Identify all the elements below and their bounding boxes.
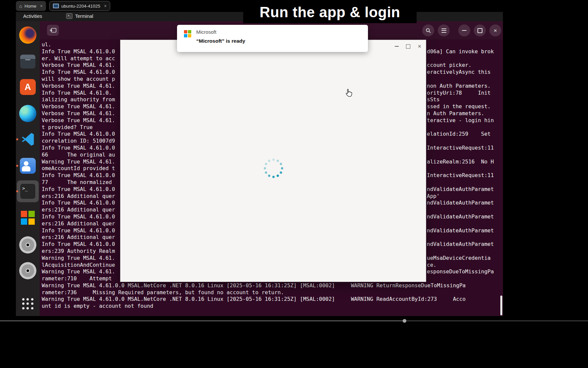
notification-app-name: Microsoft [196,29,216,35]
vscode-icon [19,132,36,149]
terminal-line: Warning True MSAL 4.61.0.0 MSAL.NetCore … [42,296,502,303]
microsoft-logo-icon [184,30,191,37]
disc-icon [19,262,36,279]
console-icon [53,4,59,8]
dock-item-microsoft[interactable] [19,209,36,226]
search-button[interactable] [422,24,434,36]
dock-item-vscode[interactable] [19,131,36,148]
hamburger-icon [441,28,446,33]
terminal-line: rameter:736 Missing Required parameters,… [42,289,502,296]
home-icon: ⌂ [19,4,22,9]
dock-item-firefox[interactable] [19,26,36,44]
video-progress-bar[interactable] [0,320,588,321]
terminal-icon: >_ [20,183,36,199]
video-caption: Run the app & login [243,1,417,23]
toast-notification[interactable]: Microsoft “Microsoft” is ready [177,25,368,52]
dock-item-ubuntu-software[interactable]: A [19,78,36,96]
edge-icon [19,105,36,122]
menu-button[interactable] [438,24,450,36]
dock-item-files[interactable] [19,53,36,70]
dock-item-show-apps[interactable] [19,295,36,312]
microsoft-logo-icon [21,211,35,225]
terminal-cursor-line [42,310,502,316]
activities-button[interactable]: Activities [21,13,44,19]
running-indicator [16,190,18,192]
maximize-icon [477,28,482,33]
minimize-icon [462,30,467,31]
ubuntu-software-icon: A [20,79,36,95]
tab-vm-console[interactable]: ubuntu-2204-41025 × [49,1,110,11]
terminal-scrollbar[interactable] [500,296,502,315]
tab-home[interactable]: ⌂ Home × [16,1,46,11]
dock: A >_ [16,21,40,316]
dialog-close-icon[interactable]: × [418,43,421,49]
browser-tab-bar: ⌂ Home × ubuntu-2204-41025 × [16,1,110,11]
login-dialog: × [120,40,426,282]
dock-item-contacts[interactable] [19,157,36,174]
firefox-icon [19,26,36,44]
new-tab-button[interactable] [47,25,59,36]
files-icon [20,55,35,69]
close-icon: × [494,28,497,33]
disc-icon [19,236,36,253]
running-indicator [16,138,18,140]
close-button[interactable]: × [489,24,501,36]
dock-item-terminal[interactable]: >_ [19,183,36,200]
dialog-minimize-icon[interactable] [395,46,399,47]
focused-app-menu[interactable]: >_ Terminal [66,13,93,19]
maximize-button[interactable] [474,24,486,36]
focused-app-name: Terminal [75,14,93,19]
tab-home-label: Home [24,4,36,9]
tab-close-icon[interactable]: × [104,4,107,8]
tab-close-icon[interactable]: × [40,4,43,8]
contacts-icon [20,158,36,174]
video-progress-fill [0,320,404,321]
dialog-maximize-icon[interactable] [406,44,410,49]
caption-text: Run the app & login [259,4,400,21]
search-icon [426,28,431,33]
mouse-cursor [343,88,353,99]
tab-vm-label: ubuntu-2204-41025 [61,4,100,9]
dock-item-edge[interactable] [19,105,36,122]
screen: ⌂ Home × ubuntu-2204-41025 × Run the app… [0,0,588,368]
dock-item-disc-2[interactable] [19,262,36,279]
dock-item-disc-1[interactable] [19,236,36,253]
minimize-button[interactable] [458,24,470,36]
running-indicator [16,165,18,167]
loading-spinner [263,158,284,179]
show-applications-icon [21,297,34,310]
notification-message: “Microsoft” is ready [196,38,245,44]
terminal-app-icon: >_ [66,13,72,19]
terminal-line: Warning True MSAL 4.61.0.0 MSAL.NetCore … [42,282,502,289]
terminal-line: unt id is empty - account not found [42,303,502,310]
video-progress-knob[interactable] [403,319,406,323]
